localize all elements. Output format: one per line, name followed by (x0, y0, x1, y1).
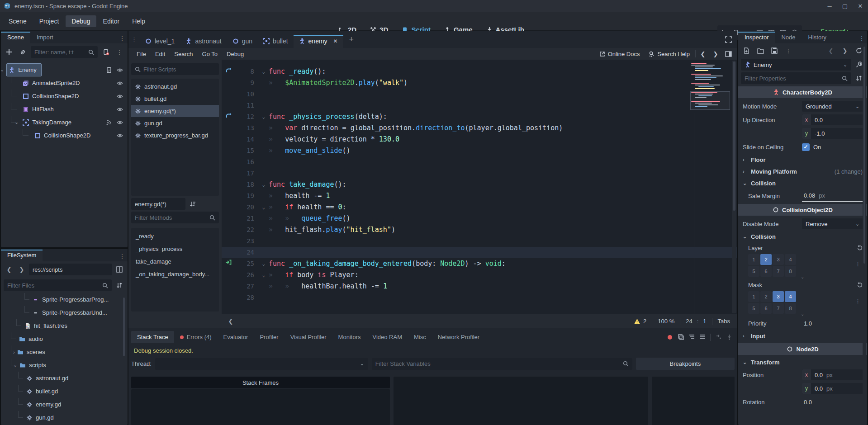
gutter[interactable]: 16 (222, 156, 269, 168)
scene-tab-level_1[interactable]: level_1 (140, 35, 180, 48)
motion-mode-dropdown[interactable]: Grounded⌄ (802, 101, 863, 112)
close-button[interactable]: ✕ (853, 1, 868, 11)
scene-node-hitflash[interactable]: HitFlash (1, 103, 128, 116)
stack-variables-list[interactable] (394, 377, 648, 425)
fold-arrow-icon[interactable]: ⌄ (262, 111, 265, 123)
tab-scene[interactable]: Scene (1, 32, 30, 43)
code-line-18[interactable]: 18⌄func take_damage(): (222, 179, 737, 190)
code-line-11[interactable]: 11 (222, 100, 737, 111)
layer-bit-4[interactable]: 4 (785, 254, 796, 265)
mask-bit-4[interactable]: 4 (785, 291, 796, 302)
breakpoints-list[interactable] (652, 377, 735, 425)
group-collision[interactable]: ⌄Collision (738, 231, 867, 242)
code-scrollbar[interactable] (732, 61, 736, 313)
filter-methods-input[interactable]: Filter Methods (131, 212, 219, 223)
gutter[interactable]: 21 (222, 213, 269, 224)
code-line-12[interactable]: 12⌄func _physics_process(delta): (222, 111, 737, 123)
history-back-icon[interactable]: ❮ (697, 48, 708, 59)
fs-item-scripts[interactable]: ⌄scripts (1, 359, 128, 372)
load-resource-icon[interactable] (755, 45, 766, 56)
code-line-22[interactable]: 22» hit_flash.play("hit_flash") (222, 224, 737, 236)
fs-back-button[interactable]: ❮ (4, 264, 14, 275)
history-back-icon[interactable]: ❮ (825, 45, 836, 56)
warnings-indicator[interactable]: 2 (634, 318, 646, 325)
visibility-eye-icon[interactable] (117, 119, 123, 126)
scene-extra-menu-icon[interactable]: ⋮ (114, 47, 125, 57)
online-docs-button[interactable]: Online Docs (596, 51, 644, 57)
gutter[interactable]: 15 (222, 145, 269, 156)
gutter[interactable]: 12⌄ (222, 111, 269, 123)
fold-arrow-icon[interactable]: ⌄ (262, 179, 265, 190)
code-line-27[interactable]: 27» » healthBar.health -= 1 (222, 281, 737, 292)
menu-help[interactable]: Help (126, 15, 151, 27)
gutter[interactable]: 25⌄ (222, 258, 269, 269)
code-line-14[interactable]: 14» velocity = direction * 130.0 (222, 134, 737, 145)
method-item--on-taking-damage-body-[interactable]: _on_taking_damage_body... (131, 268, 219, 280)
breakpoints-header[interactable]: Breakpoints (636, 358, 735, 370)
menu-scene[interactable]: Scene (3, 15, 33, 27)
fs-item-sprite-progressbarund-[interactable]: Sprite-ProgressbarUnd... (1, 306, 128, 319)
record-indicator-icon[interactable] (664, 332, 675, 343)
fs-filter-input[interactable]: Filter Files (4, 279, 112, 291)
history-forward-icon[interactable]: ❯ (710, 48, 721, 59)
group-collision[interactable]: ⌄Collision (738, 177, 867, 189)
scene-node-takingdamage[interactable]: ⌄TakingDamage (1, 116, 128, 129)
bit-grid-expand-icon[interactable]: ⌄ (801, 274, 804, 279)
signal-connection-icon[interactable] (106, 119, 112, 126)
scene-node-enemy[interactable]: ⌄Enemy (1, 63, 128, 76)
layer-bit-8[interactable]: 8 (785, 266, 796, 277)
method-item--physics-process[interactable]: _physics_process (131, 242, 219, 255)
gutter[interactable]: 27 (222, 281, 269, 292)
fs-item-audio[interactable]: audio (1, 332, 128, 345)
code-minimap[interactable] (690, 61, 730, 113)
code-line-15[interactable]: 15» move_and_slide() (222, 145, 737, 156)
gutter[interactable]: 23 (222, 236, 269, 247)
slide-on-ceiling-checkbox[interactable]: ✓ (802, 143, 810, 151)
fs-item-enemy-gd[interactable]: enemy.gd (1, 398, 128, 411)
fold-arrow-icon[interactable]: ⌄ (262, 202, 265, 213)
toggle-scripts-panel-icon[interactable] (723, 48, 734, 59)
attached-script-icon[interactable] (106, 67, 112, 73)
tab-node[interactable]: Node (775, 32, 802, 43)
fs-sort-icon[interactable] (114, 280, 125, 291)
vector-field-y[interactable]: y0.0px (802, 383, 863, 394)
gutter[interactable]: 9 (222, 77, 269, 89)
group-input[interactable]: ›Input (738, 330, 867, 342)
debugger-tab-video-ram[interactable]: Video RAM (366, 331, 408, 343)
bit-grid-expand-icon[interactable]: ⌄ (801, 312, 804, 316)
layer-bit-7[interactable]: 7 (773, 266, 784, 277)
script-menu-debug[interactable]: Debug (222, 49, 248, 59)
fs-split-view-icon[interactable] (114, 264, 125, 275)
code-line-9[interactable]: 9» $AnimatedSprite2D.play("walk") (222, 77, 737, 89)
step-over-icon[interactable] (713, 332, 724, 343)
gutter[interactable]: 19 (222, 190, 269, 202)
code-line-17[interactable]: 17 (222, 168, 737, 179)
fs-path-breadcrumb[interactable]: res://scripts (29, 264, 112, 275)
fs-item-sprite-progressbarprog-[interactable]: Sprite-ProgressbarProg... (1, 293, 128, 306)
rotation-field[interactable]: 0.0 (802, 397, 863, 407)
filter-properties-input[interactable]: Filter Properties (741, 72, 851, 84)
instantiate-scene-button[interactable] (17, 47, 28, 57)
inspector-scrollbar[interactable] (863, 45, 866, 423)
dock-menu-icon[interactable]: ⋮ (856, 33, 867, 43)
scene-tab-astronaut[interactable]: astronaut (180, 35, 227, 48)
group-moving-platform[interactable]: ›Moving Platform(1 change) (738, 165, 867, 177)
scene-node-collisionshape2d[interactable]: CollisionShape2D (1, 129, 128, 142)
copy-icon[interactable] (675, 332, 686, 343)
layer-bit-5[interactable]: 5 (748, 266, 759, 277)
thread-select[interactable]: ⌄ (155, 358, 368, 370)
scene-tab-bullet[interactable]: bullet (258, 35, 293, 48)
revert-icon[interactable] (857, 282, 863, 288)
layer-bit-1[interactable]: 1 (748, 254, 759, 265)
debugger-tab-network-profiler[interactable]: Network Profiler (432, 331, 485, 343)
code-line-20[interactable]: 20⌄» if health == 0: (222, 202, 737, 213)
collapse-scripts-panel-icon[interactable]: ❮ (225, 316, 236, 327)
menu-editor[interactable]: Editor (97, 15, 126, 27)
script-menu-search[interactable]: Search (170, 49, 197, 59)
method-item--ready[interactable]: _ready (131, 230, 219, 242)
tab-import[interactable]: Import (30, 32, 60, 43)
tab-filesystem[interactable]: FileSystem (1, 250, 43, 261)
code-line-8[interactable]: 8⌄func _ready(): (222, 66, 737, 77)
script-item-gun-gd[interactable]: gun.gd (131, 117, 219, 129)
fold-arrow-icon[interactable]: ⌄ (262, 269, 265, 281)
